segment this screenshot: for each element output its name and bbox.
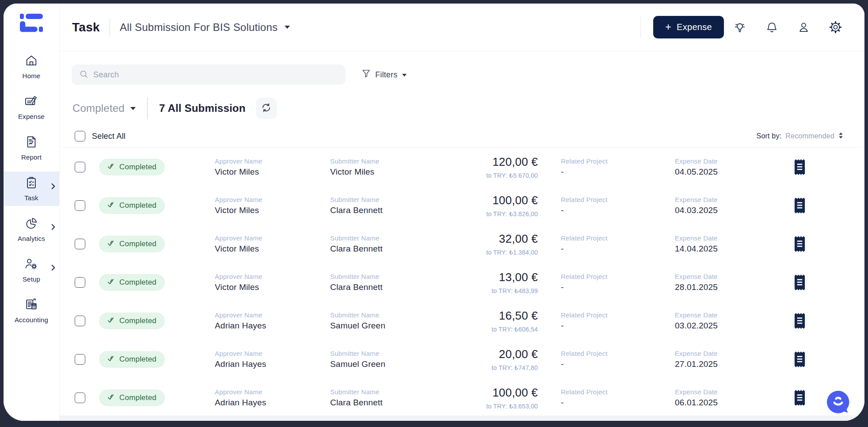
expense-date-label: Expense Date [675, 350, 777, 357]
refresh-button[interactable] [256, 98, 277, 119]
sidebar-item-analytics[interactable]: Analytics [4, 212, 59, 247]
notifications-bell-icon[interactable] [756, 21, 788, 34]
row-checkbox[interactable] [75, 316, 85, 326]
status-badge: Completed [99, 389, 165, 406]
row-checkbox[interactable] [75, 239, 85, 249]
title-divider [110, 18, 110, 37]
related-project-cell: Related Project - [561, 157, 675, 177]
view-selector[interactable]: All Submission For BIS Solutions [120, 21, 290, 34]
suggestions-bulb-icon[interactable] [724, 20, 756, 34]
expense-date-cell: Expense Date 03.02.2025 [675, 311, 777, 331]
chevron-down-icon [402, 74, 407, 79]
add-expense-label: Expense [677, 22, 712, 32]
sidebar-item-label: Task [24, 194, 38, 202]
receipt-icon[interactable] [794, 197, 806, 214]
task-row[interactable]: Completed Approver Name Adrian Hayes Sub… [60, 301, 864, 340]
main-panel: Task All Submission For BIS Solutions + … [60, 4, 864, 421]
app-window: Home Expense Report Task [4, 4, 864, 421]
submitter-cell: Submitter Name Victor Miles [330, 157, 444, 177]
analytics-pie-icon [25, 217, 38, 232]
status-badge: Completed [99, 351, 165, 368]
sidebar-item-setup[interactable]: Setup [4, 253, 59, 287]
amount-value: 100,00 € [444, 386, 538, 400]
add-expense-button[interactable]: + Expense [653, 16, 724, 38]
status-cell: Completed [99, 236, 215, 252]
search-input[interactable] [93, 70, 338, 80]
task-row[interactable]: Completed Approver Name Victor Miles Sub… [60, 225, 864, 263]
double-check-icon [107, 240, 115, 248]
header-divider [640, 17, 641, 38]
amount-converted: to TRY: ₺3.826,00 [444, 210, 538, 217]
brand-logo[interactable] [20, 13, 43, 34]
report-document-icon [25, 135, 38, 150]
sort-control[interactable]: Sort by: Recommended [757, 132, 843, 141]
receipt-icon[interactable] [794, 274, 806, 291]
status-cell: Completed [99, 389, 215, 406]
row-checkbox[interactable] [75, 162, 85, 172]
receipt-icon[interactable] [794, 235, 806, 253]
status-cell: Completed [99, 274, 215, 291]
related-project-value: - [561, 398, 675, 408]
row-checkbox[interactable] [75, 393, 85, 403]
row-checkbox[interactable] [75, 354, 85, 365]
sidebar-item-label: Setup [23, 275, 40, 283]
task-row[interactable]: Completed Approver Name Victor Miles Sub… [60, 148, 864, 186]
sidebar: Home Expense Report Task [4, 4, 60, 421]
related-project-cell: Related Project - [561, 388, 675, 408]
related-project-value: - [561, 359, 675, 369]
task-row[interactable]: Completed Approver Name Victor Miles Sub… [60, 263, 864, 301]
receipt-icon[interactable] [794, 389, 806, 407]
sidebar-item-accounting[interactable]: Accounting [4, 294, 59, 328]
profile-user-icon[interactable] [788, 21, 819, 34]
expense-date-label: Expense Date [675, 157, 777, 165]
expense-date-value: 04.05.2025 [675, 167, 777, 177]
submitter-label: Submitter Name [330, 311, 444, 319]
submitter-label: Submitter Name [330, 388, 444, 396]
select-all-checkbox[interactable] [75, 131, 85, 141]
chevron-down-icon [130, 107, 136, 113]
double-check-icon [107, 316, 115, 325]
related-project-label: Related Project [561, 311, 675, 319]
approver-label: Approver Name [215, 311, 330, 319]
amount-converted: to TRY: ₺483,99 [444, 287, 538, 294]
status-text: Completed [119, 355, 156, 364]
status-text: Completed [119, 316, 156, 325]
amount-value: 32,00 € [444, 232, 538, 246]
receipt-icon[interactable] [794, 351, 806, 368]
approver-label: Approver Name [215, 196, 330, 203]
sidebar-item-report[interactable]: Report [4, 131, 59, 165]
receipt-icon[interactable] [794, 158, 806, 176]
approver-cell: Approver Name Victor Miles [215, 157, 330, 177]
chevron-right-icon [51, 224, 55, 232]
submitter-value: Clara Bennett [330, 244, 444, 254]
list-controls: Select All Sort by: Recommended [60, 119, 864, 148]
expense-date-value: 14.04.2025 [675, 244, 777, 254]
task-row[interactable]: Completed Approver Name Victor Miles Sub… [60, 186, 864, 225]
approver-value: Adrian Hayes [215, 398, 330, 408]
expense-date-cell: Expense Date 14.04.2025 [675, 234, 777, 254]
sidebar-item-task[interactable]: Task [4, 172, 59, 206]
task-row[interactable]: Completed Approver Name Adrian Hayes Sub… [60, 378, 864, 417]
plus-icon: + [665, 22, 671, 32]
sidebar-item-label: Expense [18, 113, 45, 120]
filters-button[interactable]: Filters [362, 69, 407, 80]
sidebar-item-expense[interactable]: Expense [4, 90, 59, 125]
sidebar-item-home[interactable]: Home [4, 50, 59, 84]
sidebar-item-label: Accounting [15, 316, 48, 324]
status-cell: Completed [99, 159, 215, 175]
expense-date-cell: Expense Date 28.01.2025 [675, 273, 777, 292]
related-project-cell: Related Project - [561, 350, 675, 369]
status-filter-dropdown[interactable]: Completed [72, 102, 136, 114]
amount-converted: to TRY: ₺1.384,00 [444, 249, 538, 256]
related-project-cell: Related Project - [561, 234, 675, 254]
row-checkbox[interactable] [75, 200, 85, 211]
receipt-icon[interactable] [794, 312, 806, 330]
settings-gear-icon[interactable] [819, 20, 851, 34]
status-text: Completed [119, 201, 156, 210]
expense-date-label: Expense Date [675, 273, 777, 280]
support-chat-bubble-icon[interactable] [826, 389, 851, 415]
task-row[interactable]: Completed Approver Name Adrian Hayes Sub… [60, 340, 864, 378]
search-box[interactable] [72, 65, 346, 85]
row-checkbox[interactable] [75, 277, 85, 288]
submitter-value: Clara Bennett [330, 282, 444, 292]
